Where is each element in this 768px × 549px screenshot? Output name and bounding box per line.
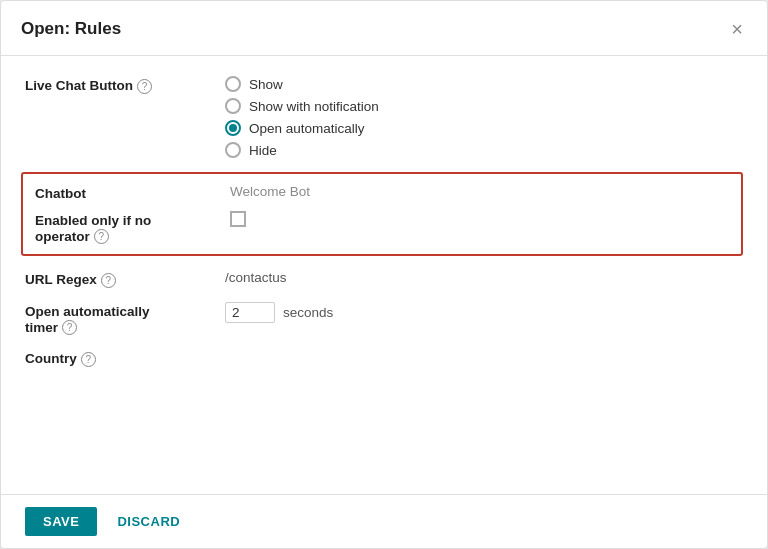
open-timer-label: Open automatically timer ? [25, 302, 225, 335]
enabled-operator-row: Enabled only if no operator ? [35, 211, 729, 244]
chatbot-value: Welcome Bot [230, 184, 729, 199]
timer-unit: seconds [283, 305, 333, 320]
chatbot-label: Chatbot [35, 184, 230, 201]
radio-show[interactable]: Show [225, 76, 743, 92]
radio-show-notification[interactable]: Show with notification [225, 98, 743, 114]
dialog-body: Live Chat Button ? Show Show with notifi… [1, 56, 767, 494]
radio-show-notification-circle [225, 98, 241, 114]
country-label: Country ? [25, 349, 225, 367]
discard-button[interactable]: DISCARD [113, 507, 184, 536]
timer-help-icon: ? [62, 320, 77, 335]
radio-group: Show Show with notification Open automat… [225, 76, 743, 158]
url-regex-value: /contactus [225, 270, 743, 285]
dialog-header: Open: Rules × [1, 1, 767, 56]
chatbot-row: Chatbot Welcome Bot [35, 184, 729, 201]
dialog-footer: SAVE DISCARD [1, 494, 767, 548]
open-timer-row: Open automatically timer ? seconds [25, 302, 743, 335]
checkbox-wrap [230, 211, 729, 227]
live-chat-help-icon: ? [137, 79, 152, 94]
dialog: Open: Rules × Live Chat Button ? Show Sh… [0, 0, 768, 549]
enabled-operator-label: Enabled only if no operator ? [35, 211, 230, 244]
country-help-icon: ? [81, 352, 96, 367]
url-regex-label: URL Regex ? [25, 270, 225, 288]
enabled-operator-checkbox[interactable] [230, 211, 246, 227]
radio-hide-circle [225, 142, 241, 158]
live-chat-button-row: Live Chat Button ? Show Show with notifi… [25, 76, 743, 158]
close-button[interactable]: × [727, 17, 747, 41]
dialog-title: Open: Rules [21, 19, 121, 39]
radio-hide[interactable]: Hide [225, 142, 743, 158]
country-row: Country ? [25, 349, 743, 367]
live-chat-button-options: Show Show with notification Open automat… [225, 76, 743, 158]
radio-open-automatically[interactable]: Open automatically [225, 120, 743, 136]
operator-help-icon: ? [94, 229, 109, 244]
timer-input[interactable] [225, 302, 275, 323]
enabled-operator-value [230, 211, 729, 227]
url-regex-row: URL Regex ? /contactus [25, 270, 743, 288]
radio-open-automatically-circle [225, 120, 241, 136]
chatbot-section: Chatbot Welcome Bot Enabled only if no o… [21, 172, 743, 256]
url-regex-help-icon: ? [101, 273, 116, 288]
open-timer-value: seconds [225, 302, 743, 323]
live-chat-button-label: Live Chat Button ? [25, 76, 225, 94]
save-button[interactable]: SAVE [25, 507, 97, 536]
radio-show-circle [225, 76, 241, 92]
